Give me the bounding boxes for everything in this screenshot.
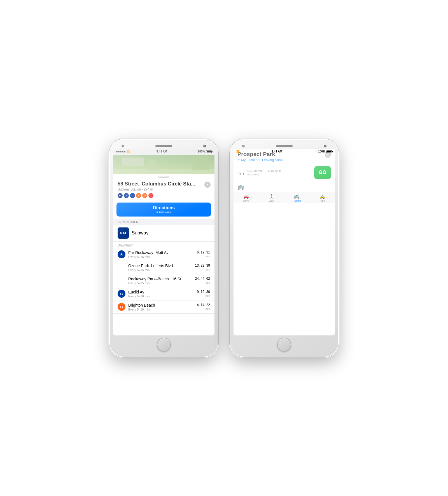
wifi-2-icon: 📶 — [236, 150, 239, 153]
route-c-name: Euclid Av — [128, 290, 194, 295]
route-c-freq: Every 5–10 min — [128, 295, 194, 298]
badge-a: A — [124, 193, 129, 198]
phone-2-top — [234, 143, 335, 149]
status-left-2: 📶 — [236, 150, 239, 153]
signal-strength — [116, 150, 126, 153]
mta-row: MTA Subway — [113, 225, 214, 242]
route-ozone-freq: Every 5–15 min — [128, 268, 192, 272]
directions-sub: 4 min walk — [119, 210, 208, 214]
downtown-label: Downtown — [113, 242, 214, 248]
badge-c: C — [130, 193, 135, 198]
route-details: ry 6–10 min · 137 m walk test route — [247, 169, 311, 176]
time-unit: min — [237, 171, 244, 176]
route-a-info: Far Rockaway–Mott Av Every 5–15 min — [128, 250, 194, 258]
route-b-name: Brighton Beach — [128, 303, 194, 308]
route-rockaway-name: Rockaway Park–Beach 116 St — [128, 276, 192, 281]
badge-b: B — [136, 193, 141, 198]
route-b-freq: Every 5–10 min — [128, 308, 194, 311]
leaving-soon-link[interactable]: Leaving Soon — [262, 158, 283, 162]
phone-1-bottom — [113, 335, 214, 353]
transit-icon: 🚌 — [294, 194, 300, 199]
route-a-times: 6, 19, 31min — [197, 250, 210, 258]
location-arrow-2-icon: → — [314, 150, 317, 153]
route-rockaway-info: Rockaway Park–Beach 116 St Every 5–15 mi… — [128, 276, 192, 285]
tab-ride[interactable]: 🚕 Ride — [310, 192, 335, 203]
badge-d: D — [142, 193, 147, 198]
transit-row-rockaway: Rockaway Park–Beach 116 St Every 5–15 mi… — [113, 274, 214, 287]
home-button-1[interactable] — [157, 338, 171, 352]
time-display-2: 9:41 AM — [272, 150, 282, 153]
route-c-info: Euclid Av Every 5–10 min — [128, 290, 194, 298]
home-button-2[interactable] — [277, 338, 291, 352]
tab-walk[interactable]: 🚶 Walk — [259, 192, 284, 203]
tab-bar: 🚗 Drive 🚶 Walk 🚌 Transit 🚕 Ride — [234, 192, 335, 203]
tab-transit[interactable]: 🚌 Transit — [284, 192, 310, 203]
front-camera-2-icon — [242, 145, 245, 147]
tab-walk-label: Walk — [269, 199, 274, 202]
map-preview-top — [113, 155, 214, 174]
location-subtitle: Subway Station · 274 m — [118, 187, 210, 191]
bottom-sheet-2: Prospect Park m My Location · Leaving So… — [234, 149, 335, 203]
handle-bar — [158, 177, 169, 178]
route-rockaway-freq: Every 5–15 min — [128, 281, 192, 285]
battery-percent-2: 100% — [318, 150, 325, 153]
tab-drive-label: Drive — [243, 199, 249, 202]
drive-icon: 🚗 — [243, 194, 249, 199]
line-ozone-badge — [118, 264, 125, 271]
my-location-link[interactable]: My Location — [241, 158, 259, 162]
status-bar-1: 📶 9:41 AM → 100% — [113, 149, 214, 155]
status-bar-2: 📶 9:41 AM → 100% — [234, 149, 335, 155]
battery-percent: 100% — [198, 150, 205, 153]
directions-label: Directions — [119, 205, 208, 210]
sensor-2-icon — [324, 145, 326, 147]
route-a-name: Far Rockaway–Mott Av — [128, 250, 194, 255]
transit-row-a: A Far Rockaway–Mott Av Every 5–15 min 6,… — [113, 248, 214, 261]
close-button[interactable]: × — [204, 182, 211, 188]
route-detail-2: test route — [247, 173, 311, 176]
tab-drive[interactable]: 🚗 Drive — [234, 192, 259, 203]
route-a-freq: Every 5–15 min — [128, 255, 194, 258]
location-title: 59 Street–Columbus Circle Sta... — [118, 181, 210, 187]
speaker-2 — [276, 145, 293, 147]
route-detail-1: ry 6–10 min · 137 m walk — [247, 169, 311, 173]
badge-1: 1 — [148, 193, 153, 198]
tab-transit-label: Transit — [293, 199, 301, 202]
ride-icon: 🚕 — [319, 194, 325, 199]
time-display: 9:41 AM — [157, 150, 167, 153]
line-a-badge: A — [118, 250, 125, 258]
route-c-times: 9, 19, 30min — [197, 290, 210, 298]
phone-1-top — [113, 143, 214, 149]
subway-line-badges: M A C B D 1 — [118, 193, 210, 198]
status-right: → 100% — [194, 150, 212, 153]
tab-ride-label: Ride — [319, 199, 325, 202]
phone-2-screen: 📶 9:41 AM → 100% — [234, 149, 335, 335]
transit-icon-row: 🚌 — [234, 182, 335, 192]
phones-container: 📶 9:41 AM → 100% — [109, 122, 339, 374]
go-button[interactable]: GO — [314, 166, 331, 179]
route-info-row: min ry 6–10 min · 137 m walk test route … — [234, 164, 335, 182]
mta-label: Subway — [132, 230, 148, 236]
from-label: m — [237, 158, 241, 162]
sensor-icon — [203, 145, 206, 147]
route-ozone-name: Ozone Park–Lefferts Blvd — [128, 263, 192, 268]
transit-row-b: B Brighton Beach Every 5–10 min 4, 14, 2… — [113, 300, 214, 314]
battery-2-icon — [326, 150, 332, 153]
badge-m: M — [118, 193, 123, 198]
line-b-badge: B — [118, 303, 125, 311]
walk-icon: 🚶 — [269, 194, 274, 199]
wifi-icon: 📶 — [127, 150, 130, 153]
speaker — [155, 145, 172, 147]
line-c-badge: C — [118, 290, 125, 298]
directions-button[interactable]: Directions 4 min walk — [116, 203, 211, 217]
transit-row-c: C Euclid Av Every 5–10 min 9, 19, 30min — [113, 287, 214, 300]
route-time-display: min — [237, 168, 244, 177]
destination-sub: m My Location · Leaving Soon — [237, 158, 331, 162]
battery-icon — [206, 150, 212, 153]
status-left: 📶 — [116, 150, 130, 153]
phone-2-bottom — [234, 335, 335, 353]
route-ozone-times: 13, 29, 39min — [195, 264, 210, 271]
transit-mode-icon: 🚌 — [237, 183, 244, 190]
departures-section-label: DEPARTURES — [113, 219, 214, 225]
location-arrow-icon: → — [194, 150, 197, 153]
location-header: 59 Street–Columbus Circle Sta... Subway … — [113, 179, 214, 201]
